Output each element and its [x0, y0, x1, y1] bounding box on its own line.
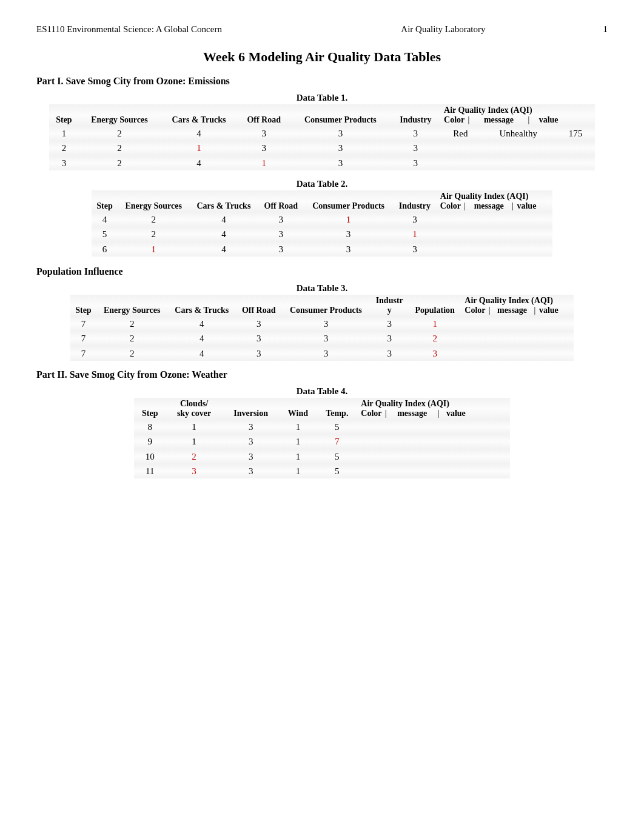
- data-table-3: Step Energy Sources Cars & Trucks Off Ro…: [70, 295, 574, 361]
- table-row: 7243332: [70, 331, 574, 346]
- table-cell: [475, 212, 514, 227]
- table-cell: 4: [167, 346, 236, 361]
- th-aqi: Air Quality Index (AQI) Color | message …: [437, 190, 552, 212]
- table-cell: 3: [290, 156, 391, 170]
- page-title: Week 6 Modeling Air Quality Data Tables: [36, 49, 608, 65]
- table-cell: [459, 420, 510, 434]
- table-cell: 2: [96, 331, 168, 346]
- table-cell: 4: [160, 126, 238, 141]
- table-cell: [437, 242, 475, 257]
- table-cell: 7: [70, 346, 96, 361]
- th-consumer: Consumer Products: [290, 104, 391, 126]
- table-cell: 1: [166, 420, 222, 434]
- table-cell: 3: [370, 331, 409, 346]
- table-cell: 2: [49, 141, 79, 155]
- table-cell: [536, 317, 574, 331]
- table-row: 614333: [92, 242, 552, 257]
- table-row: 91317: [134, 434, 510, 449]
- th-step: Step: [49, 104, 79, 126]
- table-cell: 3: [238, 141, 290, 155]
- table-row: 7243331: [70, 317, 574, 331]
- table-cell: [556, 141, 595, 155]
- table-cell: 1: [118, 242, 189, 257]
- table-row: 113315: [134, 464, 510, 478]
- th-inversion: Inversion: [223, 398, 280, 420]
- th-step: Step: [70, 295, 96, 317]
- table-cell: 3: [236, 331, 281, 346]
- th-industry: Industry: [370, 295, 409, 317]
- table-cell: [440, 156, 481, 170]
- table-cell: 2: [79, 141, 160, 155]
- table-cell: 3: [281, 317, 370, 331]
- table-cell: 4: [189, 212, 258, 227]
- th-consumer: Consumer Products: [281, 295, 370, 317]
- table-cell: [498, 317, 536, 331]
- page-header: ES1110 Environmental Science: A Global C…: [36, 24, 608, 35]
- table-cell: 4: [167, 331, 236, 346]
- th-consumer: Consumer Products: [304, 190, 393, 212]
- table-cell: [556, 156, 595, 170]
- table-cell: 3: [223, 420, 280, 434]
- table-cell: 7: [317, 434, 357, 449]
- table-cell: 3: [370, 317, 409, 331]
- table-cell: 2: [118, 212, 189, 227]
- table-cell: 1: [280, 434, 317, 449]
- th-energy: Energy Sources: [96, 295, 168, 317]
- th-step: Step: [134, 398, 166, 420]
- table-cell: 3: [304, 227, 393, 241]
- table-cell: 1: [280, 449, 317, 464]
- table-cell: [536, 346, 574, 361]
- table-cell: 1: [304, 212, 393, 227]
- th-industry: Industry: [393, 190, 437, 212]
- table-cell: 2: [409, 331, 461, 346]
- th-wind: Wind: [280, 398, 317, 420]
- table-cell: 3: [258, 227, 304, 241]
- table-cell: 3: [223, 464, 280, 478]
- table-row: 124333RedUnhealthy175: [49, 126, 595, 141]
- th-aqi: Air Quality Index (AQI) Color | message …: [440, 104, 595, 126]
- table-cell: 3: [236, 346, 281, 361]
- table-cell: [481, 141, 556, 155]
- th-offroad: Off Road: [258, 190, 304, 212]
- table-cell: 5: [317, 420, 357, 434]
- table-cell: 1: [49, 126, 79, 141]
- table-cell: 3: [49, 156, 79, 170]
- table-cell: [514, 227, 552, 241]
- table-cell: [408, 464, 459, 478]
- table-cell: [408, 449, 459, 464]
- table-cell: 5: [317, 464, 357, 478]
- table-cell: 3: [281, 331, 370, 346]
- th-aqi: Air Quality Index (AQI) Color | message …: [461, 295, 574, 317]
- header-left: ES1110 Environmental Science: A Global C…: [36, 24, 401, 35]
- table-cell: 7: [70, 331, 96, 346]
- table-cell: 2: [166, 449, 222, 464]
- table-cell: [459, 449, 510, 464]
- table-cell: [514, 212, 552, 227]
- table-cell: 8: [134, 420, 166, 434]
- table2-caption: Data Table 2.: [36, 179, 608, 189]
- table-cell: 1: [238, 156, 290, 170]
- population-influence-title: Population Influence: [36, 266, 608, 277]
- table-cell: 3: [236, 317, 281, 331]
- table-cell: 3: [238, 126, 290, 141]
- table-cell: [481, 156, 556, 170]
- table-cell: 3: [258, 242, 304, 257]
- table-cell: [440, 141, 481, 155]
- table-cell: 3: [166, 464, 222, 478]
- part1-title: Part I. Save Smog City from Ozone: Emiss…: [36, 76, 608, 87]
- table-cell: 3: [393, 242, 437, 257]
- table-cell: 6: [92, 242, 118, 257]
- table-cell: [475, 227, 514, 241]
- table-cell: 4: [92, 212, 118, 227]
- table-cell: [514, 242, 552, 257]
- th-offroad: Off Road: [236, 295, 281, 317]
- table-cell: [461, 317, 498, 331]
- table-cell: [461, 346, 498, 361]
- header-center: Air Quality Laboratory: [401, 24, 583, 35]
- table-cell: 175: [556, 126, 595, 141]
- table-cell: 3: [223, 434, 280, 449]
- table-cell: 3: [290, 141, 391, 155]
- header-page-number: 1: [583, 24, 608, 35]
- table-cell: 3: [391, 156, 441, 170]
- table-cell: [475, 242, 514, 257]
